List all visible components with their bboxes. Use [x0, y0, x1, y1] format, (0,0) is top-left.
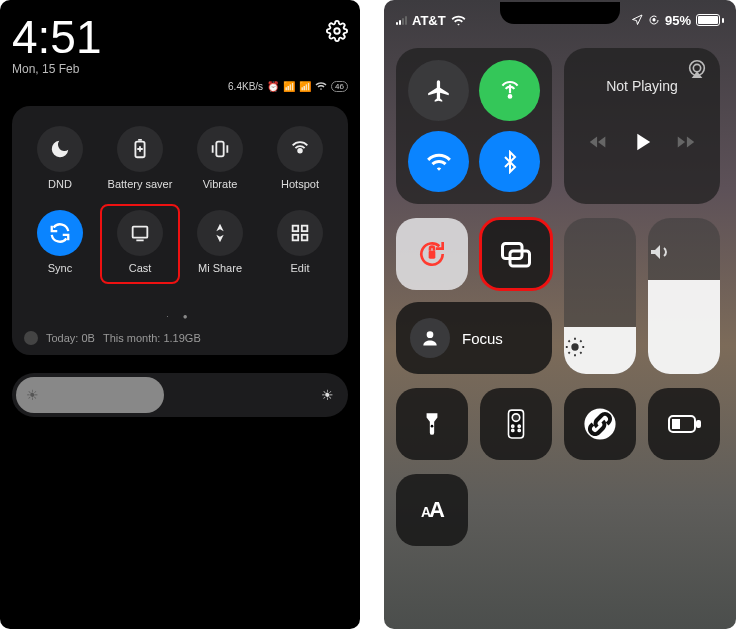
- cast-icon: [129, 222, 151, 244]
- grid-icon: [289, 222, 311, 244]
- shazam-button[interactable]: [564, 388, 636, 460]
- media-play-button[interactable]: [628, 128, 656, 156]
- media-controls-group: Not Playing: [564, 48, 720, 204]
- mi-share-icon: [209, 222, 231, 244]
- data-usage-row[interactable]: Today: 0B This month: 1.19GB: [20, 331, 340, 345]
- chart-dot-icon: [24, 331, 38, 345]
- usage-month: This month: 1.19GB: [103, 332, 201, 344]
- moon-icon: [49, 138, 71, 160]
- qs-tile-edit[interactable]: Edit: [260, 204, 340, 284]
- media-next-button[interactable]: [675, 131, 697, 153]
- svg-rect-34: [509, 410, 524, 438]
- orientation-lock-button[interactable]: [396, 218, 468, 290]
- orientation-lock-status-icon: [648, 14, 660, 26]
- svg-line-28: [580, 352, 581, 353]
- svg-point-33: [431, 425, 434, 428]
- svg-rect-20: [429, 251, 436, 259]
- settings-gear-icon[interactable]: [326, 20, 348, 42]
- airplane-mode-button[interactable]: [408, 60, 469, 121]
- wifi-button[interactable]: [408, 131, 469, 192]
- svg-point-38: [512, 429, 514, 431]
- svg-point-17: [508, 95, 511, 98]
- tile-label: Edit: [291, 262, 310, 274]
- svg-point-24: [571, 343, 578, 350]
- android-quick-settings: 4:51 Mon, 15 Feb 6.4KB/s ⏰ 📶 📶 46 DND Ba…: [0, 0, 360, 629]
- bluetooth-button[interactable]: [479, 131, 540, 192]
- svg-point-39: [518, 429, 520, 431]
- svg-point-37: [518, 425, 520, 427]
- svg-rect-14: [302, 235, 308, 241]
- cellular-signal-icon: [396, 15, 407, 25]
- qs-tile-battery-saver[interactable]: Battery saver: [100, 120, 180, 200]
- tile-label: Sync: [48, 262, 72, 274]
- svg-rect-5: [216, 142, 223, 157]
- airplay-icon[interactable]: [686, 58, 708, 80]
- focus-button[interactable]: Focus: [396, 302, 552, 374]
- media-title: Not Playing: [578, 78, 706, 94]
- screen-mirroring-button[interactable]: [480, 218, 552, 290]
- carrier-label: AT&T: [412, 13, 446, 28]
- svg-point-0: [334, 28, 340, 34]
- battery-icon: [696, 14, 724, 26]
- page-indicator: · ●: [20, 312, 340, 321]
- qs-tile-vibrate[interactable]: Vibrate: [180, 120, 260, 200]
- svg-rect-9: [133, 227, 148, 238]
- svg-rect-42: [697, 421, 700, 427]
- volume-slider[interactable]: [648, 218, 720, 374]
- svg-rect-43: [672, 419, 680, 429]
- qs-tile-hotspot[interactable]: Hotspot: [260, 120, 340, 200]
- tile-label: Hotspot: [281, 178, 319, 190]
- svg-point-35: [512, 414, 520, 422]
- vibrate-icon: [209, 138, 231, 160]
- qs-tile-dnd[interactable]: DND: [20, 120, 100, 200]
- qs-tile-sync[interactable]: Sync: [20, 204, 100, 284]
- svg-rect-12: [302, 226, 308, 232]
- svg-rect-41: [669, 416, 695, 432]
- low-power-button[interactable]: [648, 388, 720, 460]
- hotspot-icon: [289, 138, 311, 160]
- person-icon: [420, 328, 440, 348]
- svg-line-27: [568, 340, 569, 341]
- battery-badge: 46: [331, 81, 348, 92]
- svg-rect-21: [503, 244, 523, 259]
- svg-rect-13: [293, 235, 299, 241]
- notch: [500, 2, 620, 24]
- usage-today: Today: 0B: [46, 332, 95, 344]
- volume-fill: [648, 280, 720, 374]
- sun-dim-icon: ☀: [26, 387, 39, 403]
- tile-label: Cast: [129, 262, 152, 274]
- remote-button[interactable]: [480, 388, 552, 460]
- tile-label: Vibrate: [203, 178, 238, 190]
- location-icon: [631, 14, 643, 26]
- svg-point-8: [298, 149, 302, 153]
- alarm-icon: ⏰: [267, 81, 279, 92]
- tile-label: Mi Share: [198, 262, 242, 274]
- clock-time: 4:51: [12, 14, 102, 60]
- signal-icon-2: 📶: [299, 81, 311, 92]
- volume-icon: [648, 240, 720, 264]
- svg-point-36: [512, 425, 514, 427]
- battery-plus-icon: [129, 138, 151, 160]
- wifi-icon: [315, 80, 327, 92]
- ios-control-center: AT&T 95%: [384, 0, 736, 629]
- flashlight-button[interactable]: [396, 388, 468, 460]
- connectivity-group: [396, 48, 552, 204]
- brightness-slider[interactable]: ☀ ☀: [12, 373, 348, 417]
- focus-label: Focus: [462, 330, 503, 347]
- quick-settings-panel: DND Battery saver Vibrate Hotspot Sync C…: [12, 106, 348, 355]
- network-speed: 6.4KB/s: [228, 81, 263, 92]
- svg-point-23: [427, 331, 434, 338]
- qs-tile-cast[interactable]: Cast: [100, 204, 180, 284]
- media-prev-button[interactable]: [587, 131, 609, 153]
- svg-rect-15: [653, 19, 655, 22]
- signal-icon: 📶: [283, 81, 295, 92]
- svg-rect-22: [510, 251, 530, 266]
- sun-full-icon: ☀: [321, 387, 334, 403]
- qs-tile-mi-share[interactable]: Mi Share: [180, 204, 260, 284]
- battery-percent: 95%: [665, 13, 691, 28]
- brightness-slider[interactable]: [564, 218, 636, 374]
- cellular-data-button[interactable]: [479, 60, 540, 121]
- wifi-icon: [451, 13, 466, 28]
- sync-icon: [49, 222, 71, 244]
- text-size-button[interactable]: AA: [396, 474, 468, 546]
